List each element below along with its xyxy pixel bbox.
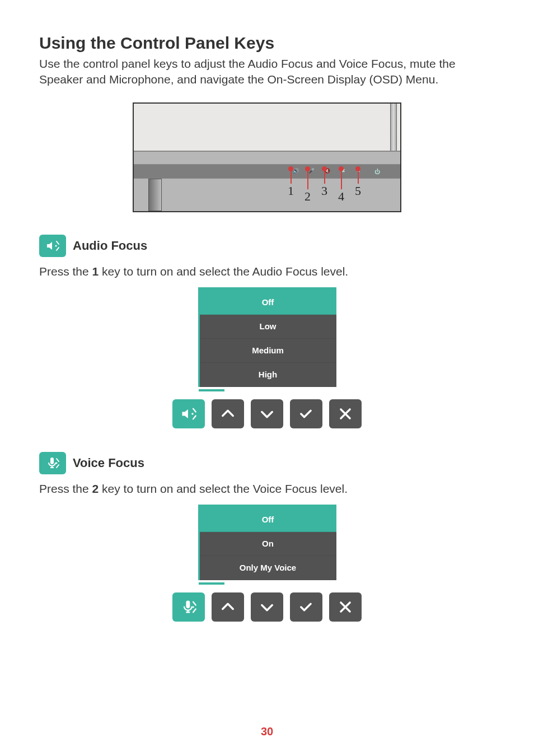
close-icon[interactable] <box>329 592 362 622</box>
page-number: 30 <box>0 725 534 738</box>
mic-focus-icon <box>39 452 66 474</box>
osd-option-selected[interactable]: Off <box>200 291 336 315</box>
section-header-audio-focus: Audio Focus <box>39 235 495 257</box>
osd-panel: Off On Only My Voice <box>198 505 336 580</box>
osd-button-row <box>172 399 362 428</box>
osd-option[interactable]: On <box>200 532 336 556</box>
section-body: Press the 1 key to turn on and select th… <box>39 265 495 278</box>
callout-label: 4 <box>338 189 344 204</box>
close-icon[interactable] <box>329 399 362 428</box>
page-title: Using the Control Panel Keys <box>39 34 495 53</box>
section-title: Voice Focus <box>73 456 144 470</box>
section-body: Press the 2 key to turn on and select th… <box>39 482 495 496</box>
osd-option[interactable]: High <box>200 363 336 387</box>
osd-voice-focus: Off On Only My Voice <box>39 505 495 622</box>
osd-panel: Off Low Medium High <box>198 287 336 387</box>
osd-audio-focus: Off Low Medium High <box>39 287 495 428</box>
section-header-voice-focus: Voice Focus <box>39 452 495 474</box>
speaker-focus-icon[interactable] <box>172 399 205 428</box>
down-icon[interactable] <box>251 592 283 622</box>
osd-option[interactable]: Only My Voice <box>200 556 336 580</box>
mic-focus-icon[interactable] <box>172 592 205 622</box>
callout-label: 2 <box>305 189 311 204</box>
monitor-diagram: 🔊 🎤 🔇 ✖ ≡ ⏻ 1 2 3 4 5 <box>133 102 401 212</box>
power-icon: ⏻ <box>374 169 380 174</box>
osd-option[interactable]: Medium <box>200 339 336 363</box>
check-icon[interactable] <box>290 592 322 622</box>
down-icon[interactable] <box>251 399 283 428</box>
check-icon[interactable] <box>290 399 322 428</box>
osd-option[interactable]: Low <box>200 315 336 339</box>
intro-paragraph: Use the control panel keys to adjust the… <box>39 56 495 88</box>
up-icon[interactable] <box>212 592 244 622</box>
osd-option-selected[interactable]: Off <box>200 508 336 532</box>
up-icon[interactable] <box>212 399 244 428</box>
section-title: Audio Focus <box>73 239 147 253</box>
osd-button-row <box>172 592 362 622</box>
callout-label: 5 <box>355 184 361 198</box>
callout-label: 1 <box>288 184 294 198</box>
callout-label: 3 <box>321 184 327 198</box>
document-page: Using the Control Panel Keys Use the con… <box>0 0 534 756</box>
speaker-focus-icon <box>39 235 66 257</box>
